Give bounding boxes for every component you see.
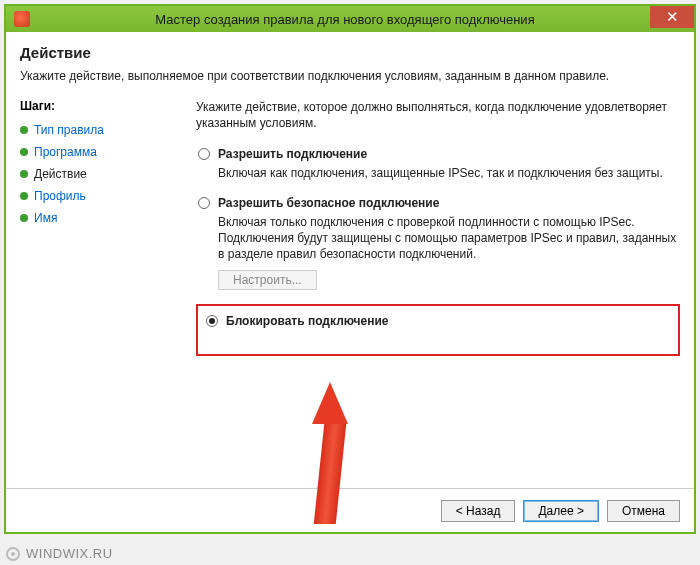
- step-name[interactable]: Имя: [20, 211, 180, 225]
- back-button[interactable]: < Назад: [441, 500, 516, 522]
- bullet-icon: [20, 126, 28, 134]
- bullet-icon: [20, 214, 28, 222]
- configure-button: Настроить...: [218, 270, 317, 290]
- cancel-button[interactable]: Отмена: [607, 500, 680, 522]
- step-label: Действие: [34, 167, 87, 181]
- close-button[interactable]: ✕: [650, 6, 694, 28]
- bullet-icon: [20, 192, 28, 200]
- watermark-text: WINDWIX.RU: [26, 546, 113, 561]
- footer-buttons: < Назад Далее > Отмена: [6, 488, 694, 532]
- firewall-icon: [14, 11, 30, 27]
- option-block-label: Блокировать подключение: [226, 314, 389, 328]
- radio-block[interactable]: [206, 315, 218, 327]
- option-allow-secure: Разрешить безопасное подключение Включая…: [196, 196, 680, 291]
- step-rule-type[interactable]: Тип правила: [20, 123, 180, 137]
- step-action: Действие: [20, 167, 180, 181]
- titlebar: Мастер создания правила для нового входя…: [6, 6, 694, 32]
- watermark: WINDWIX.RU: [6, 546, 113, 561]
- option-allow-label: Разрешить подключение: [218, 147, 367, 161]
- page-subtitle: Укажите действие, выполняемое при соотве…: [20, 69, 680, 83]
- header-area: Действие Укажите действие, выполняемое п…: [6, 32, 694, 93]
- main-panel: Укажите действие, которое должно выполня…: [180, 93, 680, 473]
- step-label: Имя: [34, 211, 57, 225]
- option-allow-secure-label: Разрешить безопасное подключение: [218, 196, 439, 210]
- step-profile[interactable]: Профиль: [20, 189, 180, 203]
- wizard-window: Мастер создания правила для нового входя…: [4, 4, 696, 534]
- gear-icon: [6, 547, 20, 561]
- step-program[interactable]: Программа: [20, 145, 180, 159]
- page-title: Действие: [20, 44, 680, 61]
- radio-allow-secure[interactable]: [198, 197, 210, 209]
- steps-label: Шаги:: [20, 99, 180, 113]
- step-label: Программа: [34, 145, 97, 159]
- highlight-box: Блокировать подключение: [196, 304, 680, 356]
- next-button[interactable]: Далее >: [523, 500, 599, 522]
- wizard-body: Действие Укажите действие, выполняемое п…: [6, 32, 694, 532]
- step-label: Тип правила: [34, 123, 104, 137]
- bullet-icon: [20, 170, 28, 178]
- bullet-icon: [20, 148, 28, 156]
- option-allow-desc: Включая как подключения, защищенные IPSe…: [218, 165, 680, 181]
- step-label: Профиль: [34, 189, 86, 203]
- radio-allow[interactable]: [198, 148, 210, 160]
- option-allow: Разрешить подключение Включая как подклю…: [196, 147, 680, 181]
- instruction-text: Укажите действие, которое должно выполня…: [196, 99, 680, 131]
- window-title: Мастер создания правила для нового входя…: [36, 12, 694, 27]
- steps-sidebar: Шаги: Тип правила Программа Действие Про…: [20, 93, 180, 473]
- close-icon: ✕: [666, 8, 679, 26]
- option-allow-secure-desc: Включая только подключения с проверкой п…: [218, 214, 680, 263]
